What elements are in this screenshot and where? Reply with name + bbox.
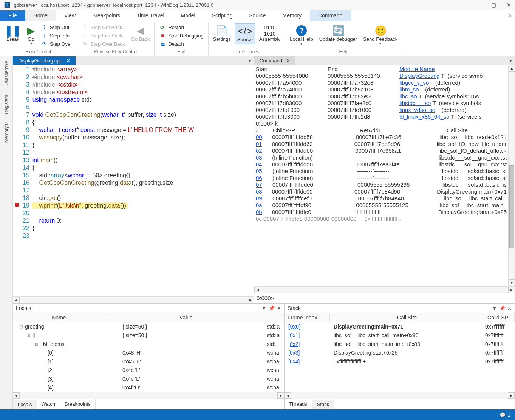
bottom-tab-breakpoints[interactable]: Breakpoints bbox=[60, 399, 96, 409]
stack-row[interactable]: [0x4]0xffffffffffffffff!+0x7fffffff bbox=[285, 357, 515, 366]
source-tab[interactable]: DisplayGreeting.cpp✕ bbox=[13, 56, 76, 65]
window-title: gdb:server=localhost,port=1234 - gdb:ser… bbox=[14, 2, 477, 8]
v-scrollbar[interactable]: ▲▼ bbox=[508, 65, 515, 286]
locals-pane: Locals ▼ 📌 ✕ Name Value ⊟greeting{ size=… bbox=[13, 304, 285, 409]
locals-row[interactable]: ⊟[]{ size=50 }std::a bbox=[13, 331, 284, 340]
collapse-ribbon-button[interactable]: ᐱ bbox=[508, 13, 511, 18]
locals-header: Locals ▼ 📌 ✕ bbox=[13, 304, 284, 313]
stack-row[interactable]: [0x2]libc_so!__libc_start_main_impl+0x80… bbox=[285, 340, 515, 349]
command-pane: Command✕ ▼ StartEnd Module Name00005555`… bbox=[254, 56, 515, 303]
maximize-button[interactable]: ▢ bbox=[491, 2, 496, 8]
pin-icon[interactable]: 📌 bbox=[269, 305, 275, 311]
ribbon-group-preferences: 📄Settings </>Source 01101010Assembly Pre… bbox=[209, 23, 286, 56]
menu-scripting[interactable]: Scripting bbox=[204, 10, 241, 21]
menu-view[interactable]: View bbox=[56, 10, 84, 21]
locals-row[interactable]: ⊟greeting{ size=50 }std::a bbox=[13, 322, 284, 331]
step-over-button[interactable]: ↷Step Over bbox=[39, 40, 74, 48]
h-scrollbar[interactable]: ◄► bbox=[13, 296, 254, 303]
status-bar: 💬 1 bbox=[0, 409, 515, 420]
source-mode-button[interactable]: </>Source bbox=[235, 23, 255, 44]
command-output[interactable]: StartEnd Module Name00005555`55554000 00… bbox=[254, 65, 508, 286]
stack-row[interactable]: [0x1]libc_so!__libc_start_call_main+0x80… bbox=[285, 331, 515, 340]
close-icon[interactable]: ✕ bbox=[507, 305, 512, 311]
stop-debugging-button[interactable]: ■Stop Debugging bbox=[157, 32, 206, 39]
dropdown-icon[interactable]: ▼ bbox=[492, 305, 497, 311]
dropdown-icon[interactable]: ▼ bbox=[261, 305, 266, 311]
stack-header: Stack ▼ 📌 ✕ bbox=[285, 304, 515, 313]
sidebar-tab-registers[interactable]: Registers bbox=[3, 92, 10, 117]
settings-button[interactable]: 📄Settings bbox=[211, 23, 233, 43]
title-bar: gdb:server=localhost,port=1234 - gdb:ser… bbox=[0, 0, 515, 10]
close-icon[interactable]: ✕ bbox=[286, 58, 290, 64]
stack-tabstrip: ThreadsStack bbox=[285, 399, 515, 409]
status-count: 1 bbox=[508, 412, 510, 418]
go-button[interactable]: ▶Go▾ bbox=[25, 23, 37, 47]
menu-command[interactable]: Command bbox=[310, 10, 351, 21]
sidebar-tab-disassembly[interactable]: Disassembly bbox=[3, 58, 10, 90]
assembly-mode-button[interactable]: 01101010Assembly bbox=[257, 23, 283, 43]
go-back-button: ◀Go Back bbox=[129, 23, 152, 43]
step-into-back-button: ⤵Step Into Back bbox=[79, 32, 127, 39]
pane-menu-button[interactable]: ▼ bbox=[506, 59, 515, 63]
menu-memory[interactable]: Memory bbox=[274, 10, 310, 21]
restart-button[interactable]: ⟳Restart bbox=[157, 23, 206, 31]
command-input[interactable]: 0:000> bbox=[254, 293, 515, 303]
sidebar-tab-memory-0[interactable]: Memory 0 bbox=[3, 119, 10, 146]
locals-row[interactable]: ⊟_M_elemsstd::_ bbox=[13, 340, 284, 349]
content-area: DisplayGreeting.cpp✕ ▼ 12345678910111213… bbox=[13, 56, 515, 409]
step-out-button[interactable]: ⤴Step Out bbox=[39, 23, 74, 31]
locals-grid[interactable]: ⊟greeting{ size=50 }std::a⊟[]{ size=50 }… bbox=[13, 322, 284, 392]
ribbon-group-help: ?Local Help▾ 🔄Update debugger 🙂Send Feed… bbox=[285, 23, 402, 56]
h-scrollbar[interactable]: ◄► bbox=[13, 392, 284, 399]
app-icon bbox=[4, 2, 11, 8]
bottom-tab-watch[interactable]: Watch bbox=[37, 399, 60, 409]
break-button[interactable]: ❚❚Break bbox=[2, 23, 23, 43]
menu-bar: FileHomeViewBreakpointsTime TravelModelS… bbox=[0, 10, 515, 21]
pane-menu-button[interactable]: ▼ bbox=[245, 59, 254, 63]
h-scrollbar[interactable]: ◄► bbox=[285, 392, 515, 399]
close-icon[interactable]: ✕ bbox=[66, 58, 70, 64]
stack-grid[interactable]: [0x0]DisplayGreeting!main+0x710x7ffffff[… bbox=[285, 322, 515, 392]
menu-model[interactable]: Model bbox=[173, 10, 204, 21]
feedback-icon[interactable]: 💬 bbox=[500, 412, 506, 418]
locals-row[interactable]: [4]0x4f 'O'wcha bbox=[13, 383, 284, 392]
ribbon-group-reverse-flow: ⤴Step Out Back ⤵Step Into Back ↷Step Ove… bbox=[77, 23, 155, 56]
menu-time-travel[interactable]: Time Travel bbox=[128, 10, 173, 21]
local-help-button[interactable]: ?Local Help▾ bbox=[288, 23, 315, 47]
step-into-button[interactable]: ⤵Step Into bbox=[39, 32, 74, 39]
source-pane: DisplayGreeting.cpp✕ ▼ 12345678910111213… bbox=[13, 56, 254, 303]
stack-row[interactable]: [0x0]DisplayGreeting!main+0x710x7ffffff bbox=[285, 322, 515, 331]
locals-row[interactable]: [3]0x4c 'L'wcha bbox=[13, 375, 284, 383]
locals-row[interactable]: [1]0x45 'E'wcha bbox=[13, 357, 284, 366]
send-feedback-button[interactable]: 🙂Send Feedback▾ bbox=[361, 23, 400, 47]
pin-icon[interactable]: 📌 bbox=[499, 305, 505, 311]
ribbon-group-flow-control: ❚❚Break ▶Go▾ ⤴Step Out ⤵Step Into ↷Step … bbox=[0, 23, 77, 56]
menu-home[interactable]: Home bbox=[25, 10, 56, 21]
menu-source[interactable]: Source bbox=[241, 10, 274, 21]
close-button[interactable]: ✕ bbox=[507, 2, 511, 8]
bottom-tab-threads[interactable]: Threads bbox=[285, 399, 312, 409]
bottom-tab-stack[interactable]: Stack bbox=[312, 399, 334, 409]
main-area: DisassemblyRegistersMemory 0 DisplayGree… bbox=[0, 56, 515, 409]
stack-row[interactable]: [0x3]DisplayGreeting!start+0x250x7ffffff… bbox=[285, 349, 515, 357]
source-tabstrip: DisplayGreeting.cpp✕ ▼ bbox=[13, 56, 254, 65]
command-tab[interactable]: Command✕ bbox=[254, 56, 295, 65]
detach-button[interactable]: ⏏Detach bbox=[157, 40, 206, 48]
menu-file[interactable]: File bbox=[0, 10, 25, 21]
locals-row[interactable]: [2]0x4c 'L'wcha bbox=[13, 366, 284, 375]
collapsed-sidebar: DisassemblyRegistersMemory 0 bbox=[0, 56, 13, 409]
command-tabstrip: Command✕ ▼ bbox=[254, 56, 515, 65]
step-over-back-button: ↷Step Over Back bbox=[79, 40, 127, 48]
minimize-button[interactable]: ─ bbox=[477, 2, 481, 8]
ribbon: ❚❚Break ▶Go▾ ⤴Step Out ⤵Step Into ↷Step … bbox=[0, 21, 515, 56]
step-out-back-button: ⤴Step Out Back bbox=[79, 23, 127, 31]
menu-breakpoints[interactable]: Breakpoints bbox=[84, 10, 128, 21]
locals-row[interactable]: [0]0x48 'H'wcha bbox=[13, 349, 284, 357]
close-icon[interactable]: ✕ bbox=[277, 305, 281, 311]
ribbon-group-end: ⟳Restart ■Stop Debugging ⏏Detach End bbox=[155, 23, 208, 56]
locals-tabstrip: LocalsWatchBreakpoints bbox=[13, 399, 284, 409]
update-debugger-button[interactable]: 🔄Update debugger bbox=[317, 23, 359, 43]
source-view[interactable]: 1234567891011121314151617181920212223 #i… bbox=[13, 65, 254, 296]
bottom-tab-locals[interactable]: Locals bbox=[13, 399, 37, 409]
h-scrollbar[interactable]: ◄► bbox=[254, 286, 515, 293]
